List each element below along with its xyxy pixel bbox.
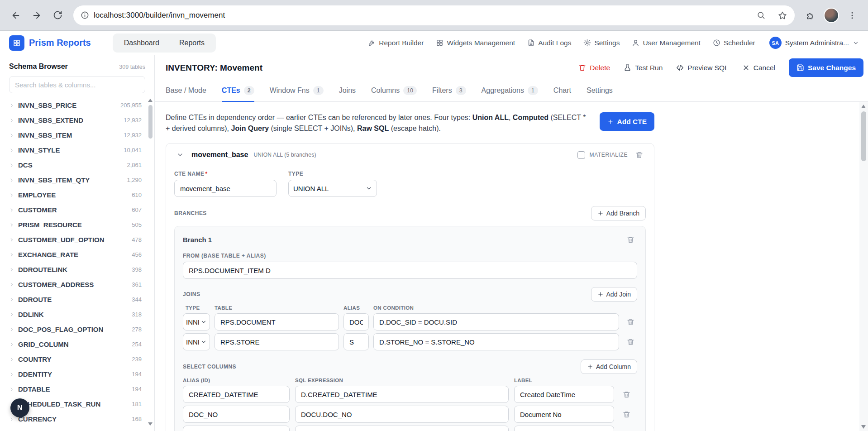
column-alias-input[interactable] xyxy=(183,406,290,423)
table-row[interactable]: DCS 2,861 xyxy=(9,158,145,172)
join-type-select[interactable]: INNER xyxy=(183,333,210,350)
cancel-button[interactable]: Cancel xyxy=(742,64,775,72)
column-label-input[interactable] xyxy=(514,406,614,423)
menu-widgets-management[interactable]: Widgets Management xyxy=(436,39,515,47)
table-row[interactable]: INVN_STYLE 10,041 xyxy=(9,143,145,158)
tab-joins[interactable]: Joins xyxy=(339,80,356,102)
reload-button[interactable] xyxy=(48,6,67,25)
forward-button[interactable] xyxy=(27,6,46,25)
sidebar-scroll-up[interactable] xyxy=(148,99,153,102)
tab-window-fns[interactable]: Window Fns1 xyxy=(270,80,324,102)
gear-icon xyxy=(583,39,591,47)
add-join-button[interactable]: Add Join xyxy=(591,287,637,302)
from-table-input[interactable] xyxy=(183,262,637,279)
table-row[interactable]: DDROUTE 344 xyxy=(9,292,145,307)
delete-join-button[interactable] xyxy=(624,315,637,329)
cte-name-input[interactable] xyxy=(174,180,277,197)
delete-join-button[interactable] xyxy=(624,335,637,349)
table-row[interactable]: SCHEDULED_TASK_RUN 181 xyxy=(9,397,145,412)
join-alias-input[interactable] xyxy=(343,313,369,330)
profile-button[interactable] xyxy=(822,6,841,25)
table-row[interactable]: CUSTOMER_ADDRESS 361 xyxy=(9,277,145,292)
delete-button[interactable]: Delete xyxy=(578,64,610,72)
collapse-cte-button[interactable] xyxy=(174,149,186,161)
menu-user-management[interactable]: User Management xyxy=(632,39,701,47)
delete-column-button[interactable] xyxy=(620,388,633,401)
select-column-row xyxy=(183,386,637,403)
table-row[interactable]: COUNTRY 239 xyxy=(9,352,145,367)
join-table-input[interactable] xyxy=(215,313,339,330)
table-row[interactable]: GRID_COLUMN 254 xyxy=(9,337,145,352)
table-row[interactable]: DDROUTELINK 398 xyxy=(9,262,145,277)
nav-reports[interactable]: Reports xyxy=(170,36,214,50)
tab-aggregations[interactable]: Aggregations1 xyxy=(482,80,538,102)
delete-branch-button[interactable] xyxy=(624,233,637,246)
column-sql-input[interactable] xyxy=(295,406,509,423)
scroll-down-arrow[interactable] xyxy=(861,425,866,429)
tab-filters[interactable]: Filters3 xyxy=(432,80,466,102)
table-row[interactable]: DOC_POS_FLAG_OPTION 278 xyxy=(9,322,145,337)
browser-menu-button[interactable] xyxy=(843,6,862,25)
tab-ctes[interactable]: CTEs2 xyxy=(222,80,254,102)
join-on-condition-input[interactable] xyxy=(373,333,619,350)
column-label-input[interactable] xyxy=(514,426,614,431)
save-changes-button[interactable]: Save Changes xyxy=(789,58,863,77)
sidebar-scrollbar-thumb[interactable] xyxy=(148,105,153,139)
table-name: CUSTOMER_UDF_OPTION xyxy=(18,236,105,244)
table-row[interactable]: CUSTOMER 607 xyxy=(9,202,145,217)
extensions-button[interactable] xyxy=(801,6,820,25)
notifications-fab[interactable]: N xyxy=(10,398,29,417)
delete-column-button[interactable] xyxy=(620,407,633,421)
cte-type-select[interactable]: UNION ALL xyxy=(288,180,377,197)
select-column-row xyxy=(183,406,637,423)
table-row[interactable]: CUSTOMER_UDF_OPTION 478 xyxy=(9,232,145,247)
table-row[interactable]: EMPLOYEE 610 xyxy=(9,187,145,202)
tab-chart[interactable]: Chart xyxy=(553,80,571,102)
sidebar-scroll-down[interactable] xyxy=(148,422,153,426)
menu-audit-logs[interactable]: Audit Logs xyxy=(527,39,571,47)
table-row[interactable]: DDTABLE 194 xyxy=(9,382,145,397)
column-sql-input[interactable] xyxy=(295,426,509,431)
add-column-button[interactable]: Add Column xyxy=(581,359,637,374)
table-row[interactable]: PRISM_RESOURCE 505 xyxy=(9,217,145,232)
tab-settings[interactable]: Settings xyxy=(587,80,613,102)
nav-dashboard[interactable]: Dashboard xyxy=(115,36,168,50)
column-alias-input[interactable] xyxy=(183,386,290,403)
join-on-condition-input[interactable] xyxy=(373,313,619,330)
user-menu[interactable]: SA System Administra... xyxy=(769,37,859,49)
menu-report-builder[interactable]: Report Builder xyxy=(368,39,424,47)
tab-columns[interactable]: Columns10 xyxy=(371,80,417,102)
join-type-select[interactable]: INNER xyxy=(183,313,210,330)
brand[interactable]: Prism Reports xyxy=(9,35,91,51)
table-row[interactable]: INVN_SBS_PRICE 205,955 xyxy=(9,98,145,113)
scroll-up-arrow[interactable] xyxy=(861,105,866,108)
join-table-input[interactable] xyxy=(215,333,339,350)
url-bar[interactable]: localhost:3000/builder/invn_movement xyxy=(73,5,795,25)
table-row[interactable]: DDLINK 318 xyxy=(9,307,145,322)
bookmark-button[interactable] xyxy=(774,7,791,24)
zoom-button[interactable] xyxy=(752,7,769,24)
test-run-button[interactable]: Test Run xyxy=(624,64,663,72)
add-branch-button[interactable]: Add Branch xyxy=(591,206,646,220)
add-cte-button[interactable]: Add CTE xyxy=(600,112,654,131)
table-row[interactable]: INVN_SBS_ITEM 12,932 xyxy=(9,128,145,143)
column-label-input[interactable] xyxy=(514,386,614,403)
table-row[interactable]: INVN_SBS_EXTEND 12,932 xyxy=(9,113,145,128)
scrollbar-thumb[interactable] xyxy=(861,111,866,161)
delete-column-button[interactable] xyxy=(620,427,633,431)
menu-settings[interactable]: Settings xyxy=(583,39,620,47)
table-row[interactable]: EXCHANGE_RATE 456 xyxy=(9,247,145,262)
table-row[interactable]: INVN_SBS_ITEM_QTY 1,290 xyxy=(9,172,145,187)
table-row[interactable]: DDENTITY 194 xyxy=(9,367,145,382)
delete-cte-button[interactable] xyxy=(632,148,646,162)
tab-base-mode[interactable]: Base / Mode xyxy=(166,80,206,102)
table-row[interactable]: CURRENCY 168 xyxy=(9,412,145,426)
back-button[interactable] xyxy=(6,6,25,25)
search-input[interactable] xyxy=(9,76,145,93)
join-alias-input[interactable] xyxy=(343,333,369,350)
column-sql-input[interactable] xyxy=(295,386,509,403)
column-alias-input[interactable] xyxy=(183,426,290,431)
menu-scheduler[interactable]: Scheduler xyxy=(713,39,755,47)
preview-sql-button[interactable]: Preview SQL xyxy=(676,64,728,72)
materialize-checkbox[interactable] xyxy=(577,151,585,159)
